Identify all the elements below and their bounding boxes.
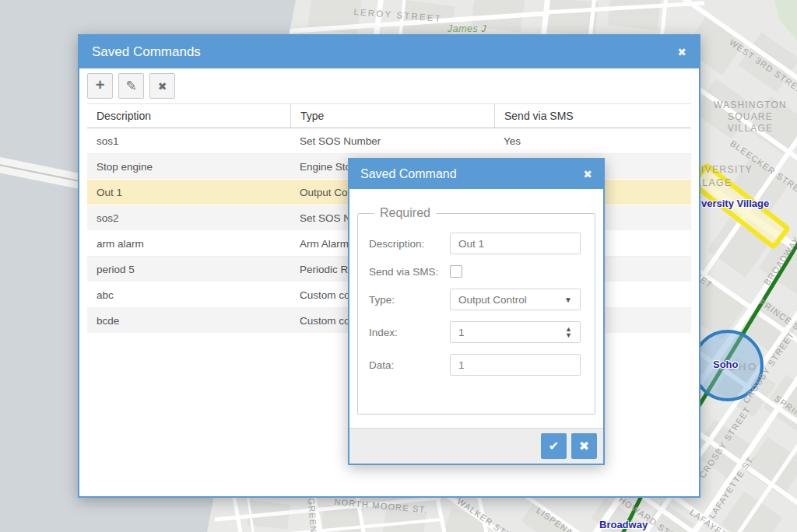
- saved-command-dialog: Saved Command ✖ Required Description: Ou…: [348, 158, 605, 465]
- description-field-row: Description: Out 1: [369, 233, 584, 254]
- description-label: Description:: [369, 238, 450, 250]
- edit-command-button[interactable]: ✎: [118, 73, 144, 99]
- saved-command-footer: ✔ ✖: [349, 428, 603, 464]
- sms-checkbox[interactable]: [450, 265, 462, 278]
- required-legend: Required: [374, 206, 436, 220]
- check-icon: ✔: [549, 439, 559, 453]
- type-select[interactable]: Output Control ▼: [450, 289, 581, 310]
- cell-description: arm alarm: [87, 238, 290, 250]
- delete-command-button[interactable]: ✖: [149, 73, 175, 99]
- cell-sms: Yes: [494, 135, 691, 147]
- column-header-type[interactable]: Type: [290, 104, 494, 128]
- data-label: Data:: [369, 359, 450, 371]
- type-label: Type:: [369, 294, 450, 306]
- pencil-icon: ✎: [125, 78, 136, 94]
- plus-icon: +: [96, 76, 105, 94]
- saved-commands-header[interactable]: Saved Commands ✖: [79, 36, 699, 68]
- confirm-button[interactable]: ✔: [541, 433, 567, 459]
- cell-type: Set SOS Number: [290, 135, 494, 147]
- cell-description: sos2: [87, 212, 290, 224]
- saved-command-header[interactable]: Saved Command ✖: [349, 159, 603, 189]
- poi-label-soho: Soho: [713, 359, 739, 370]
- index-label: Index:: [369, 327, 450, 338]
- type-field-row: Type: Output Control ▼: [369, 289, 584, 310]
- saved-command-body: Required Description: Out 1 Send via SMS…: [349, 189, 603, 428]
- column-header-sms[interactable]: Send via SMS: [494, 104, 691, 128]
- table-header: Description Type Send via SMS: [87, 103, 691, 128]
- spinner-down-icon[interactable]: ▼: [565, 332, 572, 338]
- park-label-james: James J: [448, 23, 486, 34]
- area-label-washington-square-village: WASHINGTON SQUARE VILLAGE: [699, 100, 797, 135]
- close-icon[interactable]: ✖: [677, 46, 686, 58]
- index-stepper[interactable]: 1 ▲ ▼: [450, 321, 581, 343]
- saved-command-title: Saved Command: [360, 167, 457, 181]
- cell-description: Out 1: [87, 187, 290, 198]
- cell-description: sos1: [87, 135, 290, 147]
- cell-description: Stop engine: [87, 161, 290, 173]
- data-field-row: Data: 1: [369, 354, 584, 376]
- close-icon[interactable]: ✖: [583, 168, 592, 180]
- saved-commands-title: Saved Commands: [92, 44, 201, 60]
- x-icon: ✖: [158, 80, 167, 93]
- add-command-button[interactable]: +: [87, 73, 113, 99]
- sms-label: Send via SMS:: [369, 266, 450, 278]
- required-fieldset: Required Description: Out 1 Send via SMS…: [357, 206, 595, 415]
- sms-field-row: Send via SMS:: [369, 265, 584, 278]
- description-input[interactable]: Out 1: [450, 233, 581, 254]
- cell-description: abc: [87, 289, 290, 301]
- chevron-down-icon: ▼: [564, 296, 572, 304]
- cell-description: bcde: [87, 315, 290, 327]
- commands-toolbar: + ✎ ✖: [79, 68, 699, 103]
- table-row[interactable]: sos1Set SOS NumberYes: [87, 128, 691, 154]
- data-input[interactable]: 1: [450, 354, 581, 376]
- column-header-description[interactable]: Description: [87, 104, 290, 128]
- x-icon: ✖: [579, 439, 589, 453]
- cell-description: period 5: [87, 264, 290, 275]
- cancel-button[interactable]: ✖: [571, 433, 597, 459]
- index-field-row: Index: 1 ▲ ▼: [369, 321, 584, 343]
- poi-label-broadway: Broadway: [599, 519, 648, 530]
